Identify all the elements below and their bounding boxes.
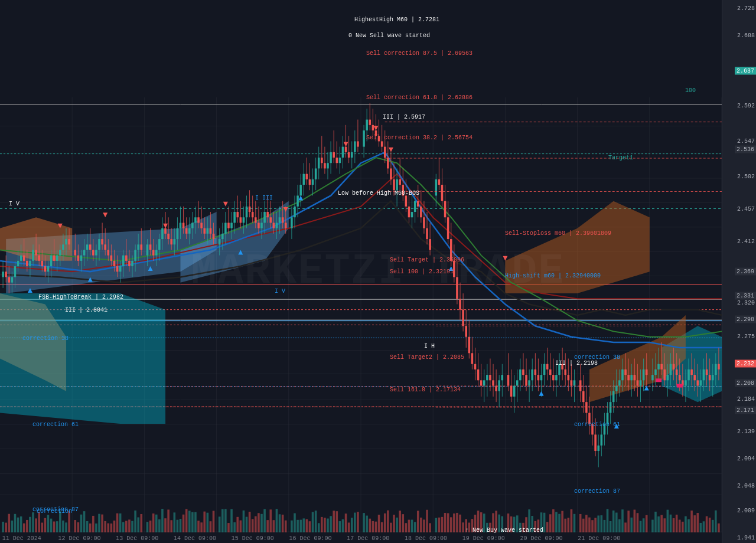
- price-label: 2.094: [737, 456, 755, 462]
- main-chart-canvas: [0, 0, 756, 543]
- time-label: 21 Dec 09:00: [578, 535, 620, 542]
- time-label: 17 Dec 09:00: [347, 535, 389, 542]
- time-label: 15 Dec 09:00: [232, 535, 274, 542]
- price-label: 2.637: [735, 67, 756, 74]
- time-label: 13 Dec 09:00: [116, 535, 158, 542]
- price-label: 1.941: [737, 534, 755, 541]
- price-label: 2.009: [737, 507, 755, 513]
- price-label: 2.232: [735, 360, 756, 368]
- price-label: 2.184: [737, 396, 755, 403]
- time-label: 14 Dec 09:00: [174, 535, 216, 542]
- price-label: 2.048: [737, 483, 755, 489]
- price-label: 2.298: [735, 315, 756, 323]
- price-label: 2.171: [735, 406, 756, 414]
- time-label: 12 Dec 09:00: [58, 535, 100, 542]
- price-label: 2.369: [735, 268, 756, 276]
- price-label: 2.502: [737, 174, 755, 180]
- time-label: 18 Dec 09:00: [405, 535, 447, 542]
- time-label: 20 Dec 09:00: [520, 535, 562, 542]
- time-label: 11 Dec 2024: [2, 535, 41, 542]
- price-axis: 2.7282.6882.6372.5922.5472.5362.5022.457…: [722, 0, 756, 543]
- price-label: 2.208: [735, 379, 756, 387]
- price-label: 2.331: [735, 292, 756, 300]
- price-label: 2.139: [737, 428, 755, 435]
- chart-container: MARKETZI TRADE: [0, 0, 756, 543]
- price-label: 2.536: [735, 146, 756, 153]
- price-label: 2.412: [737, 238, 755, 245]
- price-label: 2.688: [737, 32, 755, 38]
- price-label: 2.275: [737, 333, 755, 340]
- price-label: 2.728: [737, 5, 755, 11]
- price-label: 2.547: [737, 138, 755, 145]
- time-label: 19 Dec 09:00: [462, 535, 505, 542]
- price-label: 2.320: [737, 300, 755, 306]
- price-label: 2.457: [737, 206, 755, 212]
- time-label: 16 Dec 09:00: [289, 535, 331, 542]
- price-label: 2.592: [737, 103, 755, 109]
- time-axis: 11 Dec 202412 Dec 09:0013 Dec 09:0014 De…: [0, 532, 722, 543]
